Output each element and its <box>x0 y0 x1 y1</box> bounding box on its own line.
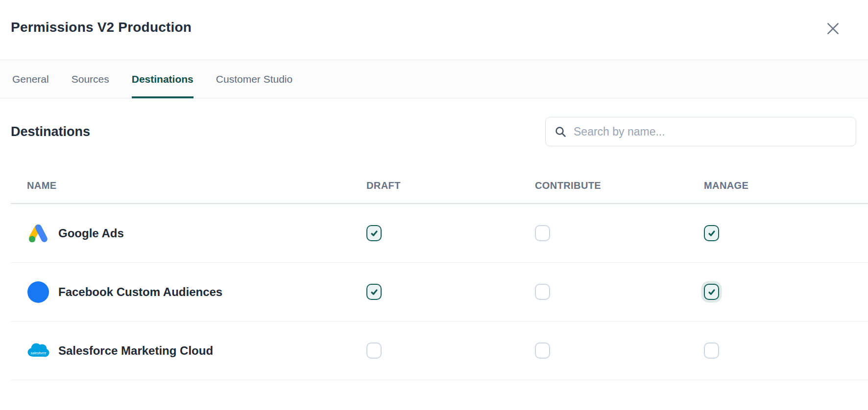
manage-cell <box>704 225 868 241</box>
tab-destinations[interactable]: Destinations <box>132 60 193 98</box>
contribute-checkbox[interactable] <box>535 225 550 241</box>
contribute-cell <box>535 225 704 241</box>
check-icon <box>370 288 379 296</box>
search-icon <box>555 126 567 138</box>
check-icon <box>707 288 716 296</box>
draft-cell <box>366 342 535 359</box>
column-header-manage: MANAGE <box>704 180 868 191</box>
modal-title: Permissions V2 Production <box>11 20 857 35</box>
salesforce-icon: salesforce <box>27 340 49 362</box>
contribute-cell <box>535 342 704 359</box>
column-header-name: NAME <box>11 180 366 191</box>
search-input[interactable] <box>574 125 847 138</box>
close-icon <box>826 22 840 35</box>
check-icon <box>370 229 379 238</box>
table-row: Facebook Custom Audiences <box>11 263 868 321</box>
destination-name: Facebook Custom Audiences <box>58 285 222 299</box>
tab-sources[interactable]: Sources <box>72 60 109 98</box>
draft-cell <box>366 284 535 300</box>
draft-checkbox[interactable] <box>366 225 382 241</box>
manage-checkbox[interactable] <box>704 284 719 300</box>
draft-checkbox[interactable] <box>366 284 382 300</box>
draft-cell <box>366 225 535 241</box>
destination-name-cell: Google Ads <box>11 222 366 245</box>
table-header-row: NAMEDRAFTCONTRIBUTEMANAGE <box>11 168 868 204</box>
tab-bar: GeneralSourcesDestinationsCustomer Studi… <box>0 60 868 98</box>
contribute-checkbox[interactable] <box>535 284 550 300</box>
destination-name: Google Ads <box>58 227 124 240</box>
manage-cell <box>704 342 868 359</box>
table-body: Google AdsFacebook Custom Audiencessales… <box>11 204 868 380</box>
destination-name-cell: Facebook Custom Audiences <box>11 281 366 303</box>
google-ads-icon <box>27 222 49 245</box>
destination-name-cell: salesforceSalesforce Marketing Cloud <box>11 340 366 362</box>
manage-checkbox[interactable] <box>704 225 719 241</box>
facebook-icon <box>27 281 49 303</box>
permissions-table: NAMEDRAFTCONTRIBUTEMANAGE Google AdsFace… <box>11 168 868 380</box>
close-button[interactable] <box>823 19 843 38</box>
modal-header: Permissions V2 Production <box>0 0 868 60</box>
column-header-contribute: CONTRIBUTE <box>535 180 704 191</box>
draft-checkbox[interactable] <box>366 342 382 359</box>
table-row: Google Ads <box>11 204 868 263</box>
svg-text:salesforce: salesforce <box>31 351 47 355</box>
tab-customer-studio[interactable]: Customer Studio <box>216 60 292 98</box>
search-box[interactable] <box>545 117 856 146</box>
column-header-draft: DRAFT <box>366 180 535 191</box>
contribute-cell <box>535 284 704 300</box>
destinations-section-header: Destinations <box>11 117 856 146</box>
manage-checkbox[interactable] <box>704 342 719 359</box>
contribute-checkbox[interactable] <box>535 342 550 359</box>
destination-name: Salesforce Marketing Cloud <box>58 344 213 358</box>
table-row: salesforceSalesforce Marketing Cloud <box>11 321 868 380</box>
check-icon <box>707 229 716 238</box>
manage-cell <box>704 284 868 300</box>
tab-general[interactable]: General <box>12 60 49 98</box>
permissions-modal: Permissions V2 Production GeneralSources… <box>0 0 868 380</box>
section-heading: Destinations <box>11 124 90 139</box>
